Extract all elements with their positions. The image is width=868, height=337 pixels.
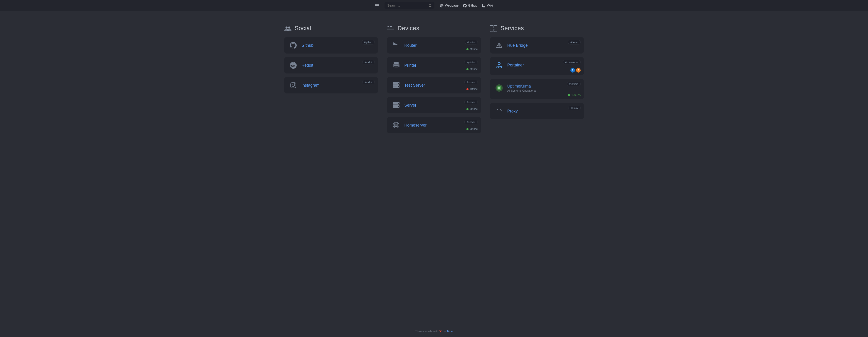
printer-status-dot — [466, 68, 468, 70]
svg-rect-19 — [393, 27, 393, 27]
github-card-tag: #github — [362, 40, 375, 44]
webpage-nav-item[interactable]: Webpage — [440, 3, 459, 7]
uptimekuma-card-sub: All Systems Operational — [507, 89, 536, 92]
github-nav-item[interactable]: Github — [463, 3, 477, 7]
printer-card[interactable]: Printer #printer Online — [387, 57, 481, 73]
test-server-card-title: Test Server — [404, 83, 425, 88]
test-server-status-dot — [466, 88, 468, 90]
svg-rect-15 — [387, 27, 388, 27]
portainer-card-icon — [495, 62, 503, 68]
wiki-icon — [482, 3, 486, 7]
svg-rect-43 — [393, 103, 397, 103]
test-server-card-tag: #server — [464, 80, 478, 85]
server-card-title: Server — [404, 103, 416, 108]
uptimekuma-status-dot — [568, 94, 570, 96]
search-icon — [429, 4, 432, 7]
social-column: Social Github #github Reddit — [284, 25, 378, 316]
topbar-nav: Webpage Github Wiki — [440, 3, 493, 7]
github-nav-label: Github — [468, 4, 477, 7]
test-server-card[interactable]: Test Server #server Offline — [387, 77, 481, 94]
instagram-card[interactable]: Instagram #reddit — [284, 77, 378, 94]
footer-author-link[interactable]: Timo — [446, 330, 453, 333]
svg-rect-21 — [387, 29, 394, 30]
topbar: Webpage Github Wiki — [0, 0, 868, 11]
homeserver-card-tag: #server — [464, 120, 478, 124]
svg-point-3 — [429, 4, 431, 7]
footer: Theme made with ❤ by Timo — [0, 326, 868, 337]
portainer-badge-orange: 3 — [576, 68, 581, 73]
hue-bridge-card[interactable]: Hue Bridge #home — [490, 37, 584, 54]
homeserver-status: Online — [466, 128, 478, 131]
server-status: Online — [466, 107, 478, 111]
proxy-card-tag: #proxy — [568, 106, 581, 110]
github-card[interactable]: Github #github — [284, 37, 378, 54]
homeserver-status-label: Online — [470, 128, 478, 131]
svg-rect-56 — [490, 29, 493, 32]
svg-rect-32 — [394, 65, 399, 66]
svg-rect-2 — [375, 7, 379, 7]
svg-rect-35 — [395, 68, 398, 68]
footer-heart: ❤ — [439, 330, 442, 333]
services-column: Services Hue Bridge #home — [490, 25, 584, 316]
uptimekuma-card-icon — [495, 84, 503, 92]
svg-rect-27 — [396, 44, 397, 45]
search-input[interactable] — [387, 4, 427, 7]
printer-status-label: Online — [470, 68, 478, 71]
homeserver-card-title: Homeserver — [404, 123, 427, 128]
svg-rect-1 — [375, 5, 379, 6]
homeserver-card[interactable]: Homeserver #server Online — [387, 117, 481, 133]
list-icon-button[interactable] — [375, 3, 379, 8]
services-icon — [490, 25, 497, 32]
test-server-status-label: Offline — [470, 88, 477, 91]
svg-point-14 — [294, 83, 295, 84]
svg-rect-37 — [393, 83, 397, 83]
wiki-nav-item[interactable]: Wiki — [482, 3, 493, 7]
svg-line-4 — [431, 6, 432, 7]
printer-card-title: Printer — [404, 63, 416, 68]
uptimekuma-uptime: 100.0% — [568, 94, 581, 97]
devices-column: Devices Router #router Online — [387, 25, 481, 316]
router-card[interactable]: Router #router Online — [387, 37, 481, 54]
router-status-label: Online — [470, 47, 478, 51]
uptimekuma-card[interactable]: UptimeKuma All Systems Operational #upti… — [490, 79, 584, 99]
svg-point-38 — [398, 83, 399, 84]
router-card-title: Router — [404, 43, 416, 48]
server-status-dot — [466, 108, 468, 110]
svg-rect-40 — [393, 86, 397, 87]
portainer-card[interactable]: Portainer #containers 8 3 — [490, 57, 584, 75]
svg-point-41 — [398, 86, 399, 87]
printer-card-tag: #printer — [464, 60, 477, 64]
svg-rect-23 — [388, 30, 394, 30]
svg-rect-29 — [394, 62, 399, 64]
webpage-label: Webpage — [445, 4, 459, 7]
main-content: Social Github #github Reddit — [275, 11, 593, 326]
svg-rect-20 — [387, 28, 394, 28]
github-card-icon — [289, 42, 297, 49]
server-card[interactable]: Server #server Online — [387, 97, 481, 113]
homeserver-card-icon — [392, 122, 400, 129]
svg-point-44 — [398, 103, 399, 104]
instagram-card-icon — [289, 82, 297, 89]
test-server-icon — [392, 82, 400, 89]
svg-point-7 — [285, 27, 288, 29]
svg-point-60 — [498, 62, 500, 65]
svg-rect-54 — [490, 25, 493, 28]
svg-point-13 — [292, 84, 294, 87]
svg-point-58 — [498, 44, 500, 46]
proxy-card[interactable]: Proxy #proxy — [490, 103, 584, 119]
reddit-card[interactable]: Reddit #reddit — [284, 57, 378, 73]
portainer-badge-blue: 8 — [570, 68, 575, 73]
svg-point-67 — [498, 87, 500, 89]
webpage-icon — [440, 3, 443, 7]
svg-marker-50 — [395, 124, 397, 126]
svg-rect-12 — [290, 83, 296, 88]
hue-bridge-card-title: Hue Bridge — [507, 43, 528, 48]
server-card-tag: #server — [464, 100, 478, 104]
uptimekuma-card-tag: #uptime — [567, 82, 581, 86]
svg-point-8 — [288, 27, 290, 29]
instagram-card-tag: #reddit — [362, 80, 375, 85]
footer-text-before: Theme made with — [415, 330, 438, 333]
services-header: Services — [490, 25, 584, 32]
proxy-card-title: Proxy — [507, 109, 518, 113]
svg-rect-0 — [375, 4, 379, 4]
